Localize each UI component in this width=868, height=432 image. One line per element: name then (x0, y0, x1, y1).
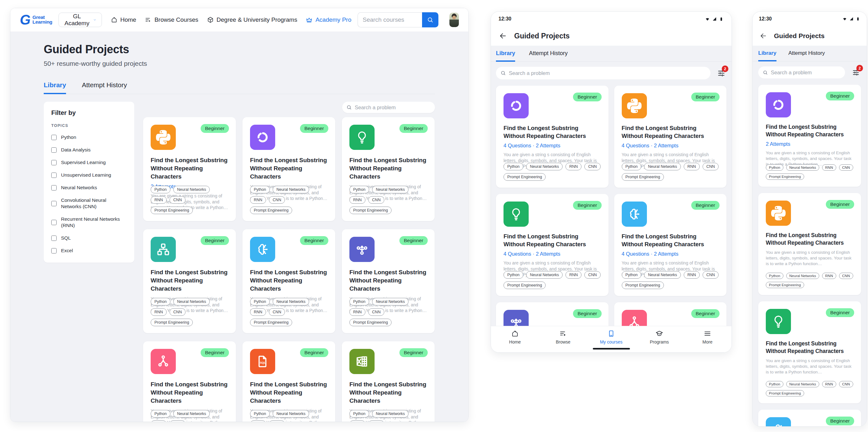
nav-item-home[interactable]: Home (111, 17, 136, 23)
bottom-nav-browse[interactable]: Browse (539, 330, 587, 352)
filter-button[interactable]: 2 (716, 68, 726, 78)
project-title: Find the Longest Substring Without Repea… (250, 268, 328, 293)
topic-tag: Prompt Engineering (766, 390, 804, 396)
questions-attempts-link[interactable]: 4 Questions · 2 Attempts (503, 251, 601, 257)
tab-attempt-history[interactable]: Attempt History (529, 50, 568, 62)
checkbox[interactable] (51, 147, 57, 153)
difficulty-badge: Beginner (826, 308, 854, 317)
questions-attempts-link[interactable]: 4 Questions · 2 Attempts (503, 143, 601, 149)
course-search-input[interactable] (358, 12, 422, 27)
tag-list: PythonNeural NetworksRNNCNNPrompt Engine… (622, 163, 719, 181)
project-card[interactable]: Beginner Find the Longest Substring With… (342, 229, 435, 333)
questions-attempts-link[interactable]: 4 Questions · 2 Attempts (622, 251, 719, 257)
project-card[interactable]: Beginner Find the Longest Substring With… (143, 229, 236, 333)
project-icon (622, 93, 647, 118)
problem-search-input[interactable] (509, 70, 706, 76)
back-button[interactable] (498, 31, 507, 40)
project-card[interactable]: Beginner Find the Longest Substring With… (496, 86, 609, 188)
checkbox[interactable] (51, 201, 57, 206)
tab-library[interactable]: Library (496, 50, 515, 62)
status-time: 12:30 (498, 16, 512, 22)
nav-item-browse-courses[interactable]: Browse Courses (145, 17, 198, 23)
topic-filter[interactable]: Python (51, 134, 127, 140)
battery-icon (719, 17, 724, 22)
project-icon (151, 125, 176, 150)
topic-label: Recurrent Neural Networks (RNN) (61, 216, 127, 229)
topic-filter[interactable]: Supervised Learning (51, 159, 127, 166)
project-icon (349, 349, 375, 374)
topic-filter[interactable]: Recurrent Neural Networks (RNN) (51, 216, 127, 229)
project-card[interactable]: Beginner Find the Longest Substring With… (342, 341, 435, 422)
topic-label: Supervised Learning (61, 159, 106, 166)
desktop-top-nav: G GreatLearning GL Academy Home Browse C… (10, 8, 468, 31)
project-icon (349, 237, 375, 262)
desktop-view: G GreatLearning GL Academy Home Browse C… (10, 8, 469, 422)
topic-tag: RNN (151, 420, 167, 422)
back-button[interactable] (759, 31, 768, 40)
topic-tag: Prompt Engineering (503, 173, 546, 181)
user-avatar[interactable] (450, 12, 459, 27)
bottom-nav-more[interactable]: More (683, 330, 732, 352)
checkbox[interactable] (51, 220, 57, 225)
course-search-button[interactable] (422, 12, 438, 27)
project-icon (766, 417, 791, 426)
tab-library[interactable]: Library (44, 81, 66, 94)
topic-filter[interactable]: Neural Networks (51, 184, 127, 191)
project-card[interactable]: Beginner Find the Longest Substring With… (143, 117, 236, 221)
topic-tag: RNN (250, 420, 266, 422)
tab-library[interactable]: Library (758, 50, 776, 61)
project-card[interactable]: Beginner Find the Longest Substring With… (758, 301, 861, 403)
project-card[interactable]: Beginner Find the Longest Substring With… (143, 341, 236, 422)
project-card[interactable]: Beginner Find the Longest Substring With… (758, 193, 861, 295)
bottom-nav-programs[interactable]: Programs (635, 330, 683, 352)
attempts-link[interactable]: 2 Attempts (766, 141, 854, 147)
topic-filter[interactable]: Data Analysis (51, 147, 127, 153)
tag-list: PythonNeural NetworksRNNCNNPrompt Engine… (766, 381, 854, 396)
project-card[interactable]: Beginner Find the Longest Substring With… (614, 86, 727, 188)
project-card[interactable]: Beginner Find the Longest Substring With… (342, 117, 435, 221)
topic-filter[interactable]: Unsupervised Learning (51, 172, 127, 178)
project-card[interactable]: Beginner Find the Longest Substring With… (243, 341, 335, 422)
tab-attempt-history[interactable]: Attempt History (82, 81, 127, 94)
logo-g-icon: G (20, 13, 31, 26)
project-card[interactable]: Beginner Find the Longest Substring With… (758, 85, 861, 187)
home-indicator[interactable] (593, 348, 630, 349)
problem-search-input[interactable] (355, 105, 431, 111)
bottom-nav: Home Browse My courses Programs More (491, 326, 732, 352)
bottom-nav-home[interactable]: Home (491, 330, 539, 352)
tab-attempt-history[interactable]: Attempt History (788, 50, 825, 61)
project-card[interactable]: Beginner Find the Longest Substring With… (243, 117, 335, 221)
checkbox[interactable] (51, 185, 57, 191)
project-card[interactable]: Beginner Find the Longest Substring With… (243, 229, 335, 333)
project-card[interactable]: Beginner Find the Longest Substring With… (496, 194, 609, 296)
topic-tag: Neural Networks (526, 271, 563, 279)
project-title: Find the Longest Substring Without Repea… (250, 380, 328, 405)
checkbox[interactable] (51, 248, 57, 254)
workspace-label: GL Academy (64, 13, 90, 27)
great-learning-logo[interactable]: G GreatLearning (20, 13, 52, 26)
project-title: Find the Longest Substring Without Repea… (503, 232, 601, 248)
topic-tag: CNN (169, 196, 186, 204)
search-icon (427, 17, 434, 23)
filter-button[interactable]: 2 (850, 67, 861, 78)
checkbox[interactable] (51, 135, 57, 140)
checkbox[interactable] (51, 160, 57, 165)
problem-search-input[interactable] (771, 69, 841, 76)
checkbox[interactable] (51, 173, 57, 178)
nav-item-academy-pro[interactable]: Academy Pro (306, 17, 351, 23)
topic-filter[interactable]: Convolutional Neural Networks (CNN) (51, 197, 127, 210)
questions-attempts-link[interactable]: 4 Questions · 2 Attempts (622, 143, 719, 149)
arrow-left-icon (760, 32, 767, 40)
main-nav: Home Browse Courses Degree & University … (111, 17, 351, 23)
status-icons (705, 17, 724, 22)
checkbox[interactable] (51, 235, 57, 241)
topic-filter[interactable]: Excel (51, 248, 127, 254)
workspace-switcher[interactable]: GL Academy (59, 12, 101, 27)
screen-title: Guided Projects (514, 32, 569, 40)
nav-item-degree-programs[interactable]: Degree & University Programs (207, 17, 298, 23)
page-subtitle: 50+ resume-worthy guided projects (44, 60, 435, 67)
project-card[interactable]: Beginner Find the Longest Substring With… (614, 194, 727, 296)
project-card[interactable]: Beginner Find the Longest Substring With… (758, 410, 861, 426)
topic-tag: RNN (822, 273, 836, 279)
topic-filter[interactable]: SQL (51, 235, 127, 241)
